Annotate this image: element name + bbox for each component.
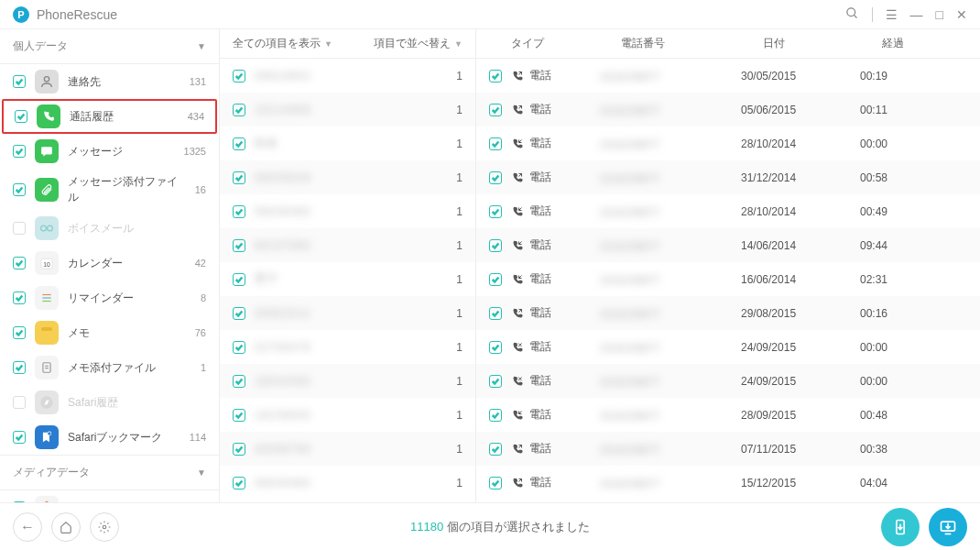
list-item[interactable]: 08039360 1 <box>220 194 475 228</box>
call-direction-icon <box>511 443 524 456</box>
checkbox[interactable] <box>13 75 26 88</box>
table-row[interactable]: 電話 1516239877 31/12/2014 00:58 <box>476 160 980 194</box>
sidebar-section-media[interactable]: メディアデータ▼ <box>0 455 219 490</box>
back-button[interactable]: ← <box>13 512 42 542</box>
checkbox[interactable] <box>489 171 502 184</box>
table-row[interactable]: 電話 1516239877 30/05/2015 00:19 <box>476 59 980 93</box>
list-item[interactable]: 86187890 1 <box>220 228 475 262</box>
col-type-header[interactable]: タイプ <box>511 36 621 51</box>
menu-icon[interactable]: ☰ <box>886 7 898 22</box>
list-item[interactable]: 18544390 1 <box>220 364 475 398</box>
checkbox[interactable] <box>13 326 26 339</box>
sidebar-item[interactable]: Safari履歴 <box>0 385 219 420</box>
sidebar-item[interactable]: メモ 76 <box>0 315 219 350</box>
sidebar-section-personal[interactable]: 個人データ ▼ <box>0 29 219 64</box>
checkbox[interactable] <box>233 171 245 184</box>
checkbox[interactable] <box>489 138 502 150</box>
sidebar-item[interactable]: Safariブックマーク 114 <box>0 420 219 455</box>
sort-dropdown[interactable]: 項目で並べ替え▼ <box>374 36 463 51</box>
checkbox[interactable] <box>233 443 245 456</box>
contact-name: 15214959 <box>255 104 447 116</box>
checkbox[interactable] <box>13 292 26 304</box>
table-row[interactable]: 電話 1516239877 24/09/2015 00:00 <box>476 330 980 364</box>
list-item[interactable]: 08035528 1 <box>220 160 475 194</box>
home-button[interactable] <box>51 512 81 542</box>
checkbox[interactable] <box>489 443 502 456</box>
table-row[interactable]: 電話 1516239877 16/06/2014 02:31 <box>476 262 980 296</box>
checkbox[interactable] <box>489 409 502 422</box>
table-row[interactable]: 電話 1516239877 24/09/2015 00:00 <box>476 364 980 398</box>
list-item[interactable]: 陈奎 1 <box>220 126 475 160</box>
list-item[interactable]: 08624853 1 <box>220 59 475 93</box>
checkbox[interactable] <box>233 70 245 82</box>
checkbox[interactable] <box>13 431 26 444</box>
table-row[interactable]: 電話 1516239877 28/10/2014 00:49 <box>476 194 980 228</box>
checkbox[interactable] <box>233 273 245 286</box>
sidebar-item[interactable]: メッセージ 1325 <box>0 134 219 169</box>
table-row[interactable]: 電話 1516239877 15/12/2015 04:04 <box>476 466 980 500</box>
close-icon[interactable]: ✕ <box>956 7 967 22</box>
checkbox[interactable] <box>233 138 245 150</box>
list-item[interactable]: 40096794 1 <box>220 432 475 466</box>
checkbox[interactable] <box>489 307 502 320</box>
col-phone-header[interactable]: 電話番号 <box>621 36 763 51</box>
checkbox[interactable] <box>13 183 26 196</box>
sidebar-item[interactable]: リマインダー 8 <box>0 280 219 315</box>
table-row[interactable]: 電話 1516239877 14/06/2014 09:44 <box>476 228 980 262</box>
checkbox[interactable] <box>233 205 245 218</box>
contact-name: 18544390 <box>255 375 447 388</box>
settings-button[interactable] <box>90 512 119 542</box>
checkbox[interactable] <box>489 341 502 354</box>
checkbox[interactable] <box>489 273 502 286</box>
checkbox[interactable] <box>233 307 245 320</box>
cell-date: 31/12/2014 <box>741 171 860 184</box>
restore-to-computer-button[interactable] <box>929 508 967 546</box>
list-item[interactable]: 02706478 1 <box>220 330 475 364</box>
checkbox[interactable] <box>489 70 502 82</box>
col-date-header[interactable]: 日付 <box>763 36 882 51</box>
checkbox[interactable] <box>489 104 502 116</box>
sidebar-item[interactable]: メモ添付ファイル 1 <box>0 350 219 385</box>
table-row[interactable]: 電話 1516239877 28/10/2014 00:00 <box>476 126 980 160</box>
checkbox[interactable] <box>233 477 245 490</box>
sidebar-item-count: 76 <box>195 327 206 338</box>
checkbox[interactable] <box>489 239 502 252</box>
checkbox[interactable] <box>233 239 245 252</box>
checkbox[interactable] <box>233 341 245 354</box>
checkbox[interactable] <box>233 409 245 422</box>
minimize-icon[interactable]: — <box>910 7 923 22</box>
checkbox[interactable] <box>13 361 26 374</box>
sidebar-item[interactable]: 連絡先 131 <box>0 64 219 99</box>
list-item[interactable]: 15214959 1 <box>220 93 475 126</box>
checkbox[interactable] <box>489 477 502 490</box>
maximize-icon[interactable]: □ <box>936 7 943 22</box>
checkbox[interactable] <box>489 375 502 388</box>
list-item[interactable]: 05662512 1 <box>220 296 475 330</box>
table-row[interactable]: 電話 1516239877 07/11/2015 00:38 <box>476 432 980 466</box>
sidebar-item[interactable]: 写真 656 <box>0 490 219 502</box>
list-item[interactable]: 08039360 1 <box>220 466 475 500</box>
list-item[interactable]: 曹宇 1 <box>220 262 475 296</box>
sidebar-item-count: 16 <box>195 184 206 195</box>
search-icon[interactable] <box>845 6 859 23</box>
checkbox[interactable] <box>13 257 26 270</box>
sidebar-item[interactable]: ボイスメール <box>0 211 219 246</box>
table-row[interactable]: 電話 1516239877 28/09/2015 00:48 <box>476 398 980 432</box>
sidebar-item[interactable]: 通話履歴 434 <box>2 99 217 134</box>
photo-icon <box>35 496 59 502</box>
sidebar-item[interactable]: メッセージ添付ファイル 16 <box>0 169 219 211</box>
table-row[interactable]: 電話 1516239877 05/06/2015 00:11 <box>476 93 980 126</box>
checkbox[interactable] <box>15 110 27 123</box>
table-row[interactable]: 電話 1516239877 29/08/2015 00:16 <box>476 296 980 330</box>
checkbox[interactable] <box>233 375 245 388</box>
cell-phone: 1516239877 <box>599 136 741 152</box>
sidebar-item[interactable]: 10 カレンダー 42 <box>0 246 219 280</box>
checkbox[interactable] <box>13 145 26 158</box>
list-item[interactable]: 18236000 1 <box>220 398 475 432</box>
checkbox[interactable] <box>233 104 245 116</box>
cell-date: 28/09/2015 <box>741 409 860 422</box>
checkbox[interactable] <box>489 205 502 218</box>
restore-to-device-button[interactable] <box>881 508 920 546</box>
show-all-dropdown[interactable]: 全ての項目を表示▼ <box>233 36 332 51</box>
col-duration-header[interactable]: 経過 <box>882 36 937 51</box>
